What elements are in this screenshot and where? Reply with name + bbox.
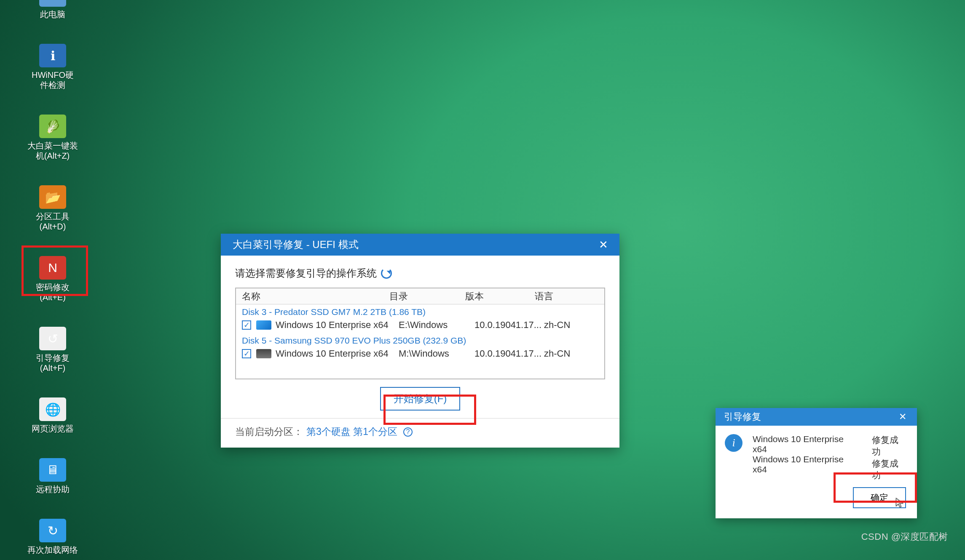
desktop-icon-label: 引导修复 (Alt+F) — [36, 353, 70, 373]
browser-icon: 🌐 — [39, 397, 66, 421]
footer-link[interactable]: 第3个硬盘 第1个分区 — [306, 425, 397, 438]
entry-lang: zh-CN — [544, 348, 582, 359]
desktop-icon-remote[interactable]: 🖥 远程协助 — [17, 458, 88, 494]
desktop-icon-label: 远程协助 — [36, 484, 70, 494]
desktop: 🖥 此电脑ℹ HWiNFO硬 件检测🥬 大白菜一键装 机(Alt+Z)📂 分区工… — [0, 0, 965, 560]
hwinfo-icon: ℹ — [39, 44, 66, 67]
entry-version: 10.0.19041.17... — [474, 348, 544, 359]
help-icon[interactable]: ? — [403, 427, 413, 437]
desktop-icon-label: 再次加载网络 — [27, 545, 78, 555]
boot-repair-dialog: 大白菜引导修复 - UEFI 模式 ✕ 请选择需要修复引导的操作系统 名称 目录… — [221, 234, 619, 448]
partition-icon: 📂 — [39, 185, 66, 209]
desktop-icons-column: 🖥 此电脑ℹ HWiNFO硬 件检测🥬 大白菜一键装 机(Alt+Z)📂 分区工… — [17, 0, 88, 555]
col-lang: 语言 — [535, 290, 573, 303]
entry-name: Windows 10 Enterprise x64 — [276, 348, 399, 359]
result-footer: 确定 — [716, 487, 917, 518]
footer-label: 当前启动分区： — [235, 425, 303, 438]
remote-icon: 🖥 — [39, 458, 66, 482]
desktop-icon-reload-net[interactable]: ↻ 再次加载网络 — [17, 519, 88, 555]
disk-header: Disk 5 - Samsung SSD 970 EVO Plus 250GB … — [236, 333, 604, 347]
close-icon[interactable]: ✕ — [894, 411, 911, 422]
entry-name: Windows 10 Enterprise x64 — [276, 320, 399, 331]
col-ver: 版本 — [465, 290, 535, 303]
entry-lang: zh-CN — [544, 320, 582, 331]
dialog-body: 请选择需要修复引导的操作系统 名称 目录 版本 语言 Disk 3 - Pred… — [221, 256, 619, 418]
drive-icon — [256, 320, 271, 330]
password-icon: N — [39, 256, 66, 280]
checkbox[interactable]: ✓ — [242, 349, 251, 358]
drive-icon — [256, 349, 271, 358]
desktop-icon-label: 密码修改 (Alt+E) — [36, 282, 70, 302]
onekey-icon: 🥬 — [39, 115, 66, 138]
reload-net-icon: ↻ — [39, 519, 66, 542]
info-icon: i — [725, 434, 743, 452]
os-entry-row[interactable]: ✓ Windows 10 Enterprise x64 M:\Windows 1… — [236, 347, 604, 362]
instruction-text: 请选择需要修复引导的操作系统 — [235, 267, 377, 280]
start-repair-button[interactable]: 开始修复(F) — [380, 387, 461, 411]
dialog-title-text: 大白菜引导修复 - UEFI 模式 — [233, 238, 359, 251]
desktop-icon-partition[interactable]: 📂 分区工具 (Alt+D) — [17, 185, 88, 232]
desktop-icon-bootrepair[interactable]: ↺ 引导修复 (Alt+F) — [17, 327, 88, 373]
desktop-icon-this-pc[interactable]: 🖥 此电脑 — [17, 0, 88, 19]
col-name: 名称 — [242, 290, 389, 303]
col-dir: 目录 — [389, 290, 465, 303]
desktop-icon-onekey[interactable]: 🥬 大白菜一键装 机(Alt+Z) — [17, 115, 88, 161]
instruction-row: 请选择需要修复引导的操作系统 — [235, 267, 605, 280]
watermark: CSDN @深度匹配树 — [861, 531, 948, 543]
entry-dir: M:\Windows — [399, 348, 474, 359]
result-title-text: 引导修复 — [724, 411, 761, 423]
desktop-icon-label: 分区工具 (Alt+D) — [36, 211, 70, 232]
button-area: 开始修复(F) — [235, 379, 605, 414]
dialog-footer: 当前启动分区： 第3个硬盘 第1个分区 ? — [221, 418, 619, 448]
result-titlebar[interactable]: 引导修复 ✕ — [716, 408, 917, 426]
os-entry-row[interactable]: ✓ Windows 10 Enterprise x64 E:\Windows 1… — [236, 318, 604, 333]
result-dialog: 引导修复 ✕ i Windows 10 Enterprise x64Window… — [716, 408, 917, 518]
entry-dir: E:\Windows — [399, 320, 474, 331]
desktop-icon-password[interactable]: N 密码修改 (Alt+E) — [17, 256, 88, 302]
result-os-name: Windows 10 Enterprise x64 — [753, 454, 857, 475]
cursor-icon — [895, 497, 906, 508]
desktop-icon-label: 大白菜一键装 机(Alt+Z) — [27, 141, 78, 161]
result-status: 修复成功 — [872, 434, 906, 458]
desktop-icon-label: HWiNFO硬 件检测 — [32, 70, 74, 90]
desktop-icon-label: 网页浏览器 — [32, 424, 74, 434]
os-list: 名称 目录 版本 语言 Disk 3 - Predator SSD GM7 M.… — [235, 288, 605, 379]
result-os-name: Windows 10 Enterprise x64 — [753, 434, 857, 454]
disk-header: Disk 3 - Predator SSD GM7 M.2 2TB (1.86 … — [236, 304, 604, 318]
checkbox[interactable]: ✓ — [242, 320, 251, 330]
this-pc-icon: 🖥 — [39, 0, 66, 7]
dialog-titlebar[interactable]: 大白菜引导修复 - UEFI 模式 ✕ — [221, 234, 619, 256]
desktop-icon-hwinfo[interactable]: ℹ HWiNFO硬 件检测 — [17, 44, 88, 90]
close-icon[interactable]: ✕ — [595, 238, 612, 251]
desktop-icon-label: 此电脑 — [40, 9, 65, 19]
refresh-icon[interactable] — [381, 268, 392, 279]
os-list-header: 名称 目录 版本 语言 — [236, 288, 604, 304]
entry-version: 10.0.19041.17... — [474, 320, 544, 331]
bootrepair-icon: ↺ — [39, 327, 66, 350]
result-body: i Windows 10 Enterprise x64Windows 10 En… — [716, 426, 917, 487]
desktop-icon-browser[interactable]: 🌐 网页浏览器 — [17, 397, 88, 434]
result-status: 修复成功 — [872, 458, 906, 481]
